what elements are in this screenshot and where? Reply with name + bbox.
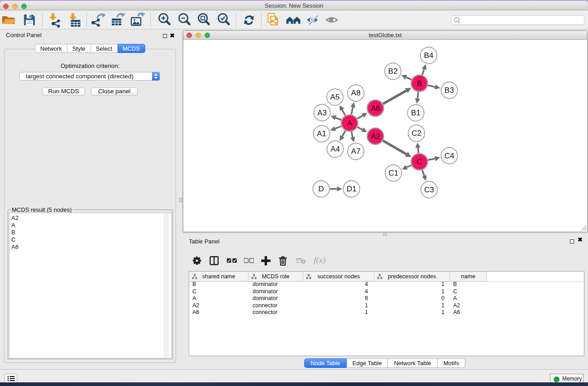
svg-text:A3: A3 [317,109,327,117]
svg-text:B2: B2 [388,67,398,76]
svg-text:f(x): f(x) [314,256,325,265]
svg-text:A: A [347,119,353,128]
svg-text:A4: A4 [330,145,340,153]
svg-text:D: D [318,185,324,193]
svg-text:A6: A6 [371,104,380,113]
svg-text:C3: C3 [424,186,434,194]
svg-text:B: B [417,79,422,88]
svg-text:A1: A1 [317,129,326,138]
svg-text:C: C [416,157,422,166]
svg-text:C1: C1 [388,169,398,177]
svg-text:B4: B4 [424,51,434,60]
svg-text:C4: C4 [445,152,454,160]
svg-text:A2: A2 [371,132,380,141]
svg-text:B3: B3 [445,86,454,95]
svg-text:A5: A5 [330,93,340,101]
svg-text:A7: A7 [351,147,361,156]
svg-text:D1: D1 [347,185,357,193]
svg-text:A8: A8 [351,89,361,97]
svg-text:C2: C2 [411,129,421,138]
svg-text:B1: B1 [411,109,421,117]
